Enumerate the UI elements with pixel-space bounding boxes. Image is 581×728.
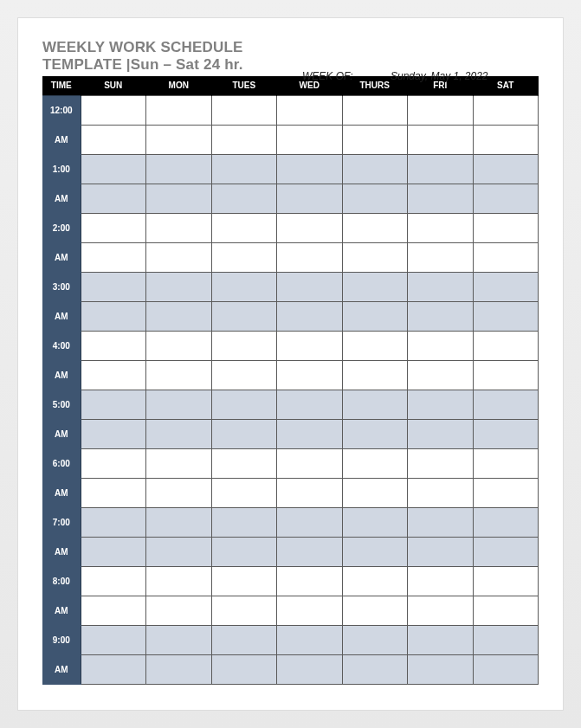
schedule-cell[interactable] xyxy=(342,125,408,154)
schedule-cell[interactable] xyxy=(408,331,474,360)
schedule-cell[interactable] xyxy=(473,654,539,684)
schedule-cell[interactable] xyxy=(211,625,277,654)
schedule-cell[interactable] xyxy=(277,272,343,301)
schedule-cell[interactable] xyxy=(473,360,539,390)
schedule-cell[interactable] xyxy=(342,625,408,654)
schedule-cell[interactable] xyxy=(342,566,408,596)
schedule-cell[interactable] xyxy=(408,596,474,625)
schedule-cell[interactable] xyxy=(408,95,474,125)
schedule-cell[interactable] xyxy=(277,507,343,537)
schedule-cell[interactable] xyxy=(81,537,146,566)
schedule-cell[interactable] xyxy=(342,272,408,301)
schedule-cell[interactable] xyxy=(81,654,146,684)
schedule-cell[interactable] xyxy=(211,654,277,684)
schedule-cell[interactable] xyxy=(342,654,408,684)
schedule-cell[interactable] xyxy=(408,360,474,390)
schedule-cell[interactable] xyxy=(408,654,474,684)
schedule-cell[interactable] xyxy=(408,566,474,596)
schedule-cell[interactable] xyxy=(473,125,539,154)
schedule-cell[interactable] xyxy=(277,125,343,154)
schedule-cell[interactable] xyxy=(277,478,343,507)
schedule-cell[interactable] xyxy=(146,390,212,419)
schedule-cell[interactable] xyxy=(473,448,539,478)
schedule-cell[interactable] xyxy=(342,184,408,213)
schedule-cell[interactable] xyxy=(408,390,474,419)
schedule-cell[interactable] xyxy=(277,566,343,596)
schedule-cell[interactable] xyxy=(146,154,212,184)
schedule-cell[interactable] xyxy=(81,272,146,301)
schedule-cell[interactable] xyxy=(473,242,539,272)
schedule-cell[interactable] xyxy=(211,95,277,125)
schedule-cell[interactable] xyxy=(277,390,343,419)
schedule-cell[interactable] xyxy=(342,213,408,242)
schedule-cell[interactable] xyxy=(81,419,146,448)
schedule-cell[interactable] xyxy=(408,419,474,448)
schedule-cell[interactable] xyxy=(146,625,212,654)
schedule-cell[interactable] xyxy=(81,301,146,331)
schedule-cell[interactable] xyxy=(473,625,539,654)
schedule-cell[interactable] xyxy=(408,242,474,272)
schedule-cell[interactable] xyxy=(81,625,146,654)
schedule-cell[interactable] xyxy=(342,596,408,625)
schedule-cell[interactable] xyxy=(342,360,408,390)
schedule-cell[interactable] xyxy=(342,507,408,537)
schedule-cell[interactable] xyxy=(408,301,474,331)
schedule-cell[interactable] xyxy=(81,184,146,213)
schedule-cell[interactable] xyxy=(146,448,212,478)
schedule-cell[interactable] xyxy=(408,184,474,213)
schedule-cell[interactable] xyxy=(146,301,212,331)
schedule-cell[interactable] xyxy=(81,213,146,242)
schedule-cell[interactable] xyxy=(211,213,277,242)
schedule-cell[interactable] xyxy=(211,537,277,566)
schedule-cell[interactable] xyxy=(473,507,539,537)
schedule-cell[interactable] xyxy=(277,184,343,213)
schedule-cell[interactable] xyxy=(277,331,343,360)
schedule-cell[interactable] xyxy=(408,125,474,154)
schedule-cell[interactable] xyxy=(277,419,343,448)
schedule-cell[interactable] xyxy=(408,213,474,242)
schedule-cell[interactable] xyxy=(277,301,343,331)
schedule-cell[interactable] xyxy=(146,537,212,566)
schedule-cell[interactable] xyxy=(211,331,277,360)
schedule-cell[interactable] xyxy=(146,95,212,125)
schedule-cell[interactable] xyxy=(473,301,539,331)
schedule-cell[interactable] xyxy=(277,537,343,566)
schedule-cell[interactable] xyxy=(81,390,146,419)
schedule-cell[interactable] xyxy=(277,448,343,478)
schedule-cell[interactable] xyxy=(81,448,146,478)
schedule-cell[interactable] xyxy=(473,184,539,213)
schedule-cell[interactable] xyxy=(473,419,539,448)
schedule-cell[interactable] xyxy=(408,448,474,478)
schedule-cell[interactable] xyxy=(211,419,277,448)
schedule-cell[interactable] xyxy=(277,154,343,184)
schedule-cell[interactable] xyxy=(146,331,212,360)
schedule-cell[interactable] xyxy=(146,125,212,154)
schedule-cell[interactable] xyxy=(211,478,277,507)
schedule-cell[interactable] xyxy=(277,95,343,125)
schedule-cell[interactable] xyxy=(473,331,539,360)
schedule-cell[interactable] xyxy=(408,272,474,301)
schedule-cell[interactable] xyxy=(81,154,146,184)
schedule-cell[interactable] xyxy=(473,272,539,301)
schedule-cell[interactable] xyxy=(211,448,277,478)
schedule-cell[interactable] xyxy=(473,154,539,184)
schedule-cell[interactable] xyxy=(81,596,146,625)
schedule-cell[interactable] xyxy=(211,596,277,625)
schedule-cell[interactable] xyxy=(81,360,146,390)
schedule-cell[interactable] xyxy=(211,507,277,537)
schedule-cell[interactable] xyxy=(146,360,212,390)
schedule-cell[interactable] xyxy=(342,301,408,331)
schedule-cell[interactable] xyxy=(211,272,277,301)
schedule-cell[interactable] xyxy=(342,390,408,419)
schedule-cell[interactable] xyxy=(473,95,539,125)
schedule-cell[interactable] xyxy=(146,478,212,507)
schedule-cell[interactable] xyxy=(473,566,539,596)
schedule-cell[interactable] xyxy=(211,360,277,390)
schedule-cell[interactable] xyxy=(211,125,277,154)
schedule-cell[interactable] xyxy=(277,242,343,272)
schedule-cell[interactable] xyxy=(146,596,212,625)
schedule-cell[interactable] xyxy=(81,566,146,596)
schedule-cell[interactable] xyxy=(473,213,539,242)
schedule-cell[interactable] xyxy=(81,242,146,272)
schedule-cell[interactable] xyxy=(146,566,212,596)
